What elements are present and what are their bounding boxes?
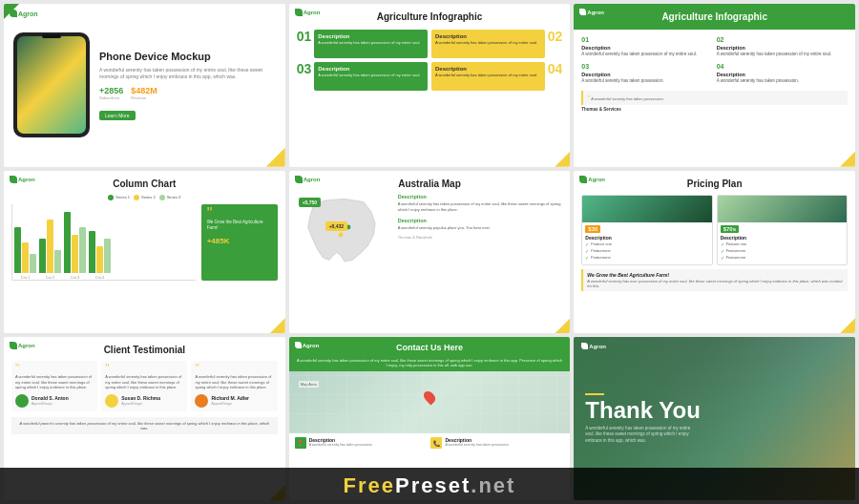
testimonial-3: " A wonderful serenity has taken possess… [191, 361, 277, 410]
bar-3-3 [79, 227, 86, 273]
check-icon: ✓ [585, 248, 589, 254]
chart-group-1: Cat.1 [14, 227, 36, 280]
pricing-quote-sub: A wonderful serenity has over possession… [587, 279, 844, 288]
avatar-3-image [195, 394, 208, 408]
map-desc-title-1: Description [398, 193, 563, 200]
quote-mark-icon: " [587, 94, 590, 102]
plan-1-image [582, 196, 711, 222]
contact-text-1: A wonderful serenity has taken possessio… [309, 443, 372, 447]
item-num-1: 01 [581, 35, 712, 45]
slide-2-logo: Agron [295, 9, 321, 16]
plan-1-price: $30 [585, 225, 600, 233]
slide-3-item-4: 04 Description A wonderful serenity has … [717, 62, 848, 85]
item-text-4: A wonderful serenity has taken possessio… [717, 78, 848, 84]
pricing-plans: $30 Description ✓ Feature one ✓ Featureo… [581, 195, 848, 265]
slide-2-title: Agriculture Infographic [297, 11, 563, 22]
infographic-item-1: 01 Description A wonderful serenity has … [297, 30, 428, 58]
map-footer: Thomas & Narwhals [398, 235, 563, 241]
slide-7-title: Client Testimonial [11, 345, 278, 355]
thank-you-subtitle: A wonderful serenity has taken possessio… [585, 426, 700, 445]
item-title-4: Description [717, 72, 848, 79]
slide-1-description: A wonderful serenity has taken possessio… [99, 67, 276, 80]
bar-1-3 [30, 254, 36, 273]
legend-dot-2 [134, 195, 139, 200]
item-text-3: A wonderful serenity has taken possessio… [581, 78, 712, 84]
testimonial-bottom-quote: A wonderful parent's serenity has taken … [11, 417, 278, 434]
slide-pricing-plan: Agron Pricing Plan $30 Description ✓ Fea… [574, 171, 855, 334]
logo-leaf-icon [295, 342, 302, 348]
slide-3-body: 01 Description A wonderful serenity has … [574, 30, 855, 117]
corner-accent [840, 318, 855, 333]
contact-item-1: 📍 Description A wonderful serenity has t… [295, 437, 429, 449]
corner-accent [555, 152, 570, 167]
chart-quote-text: We Grow the Best Agriculture Farm! [207, 220, 272, 233]
slide-3-quote-area: " A wonderful serenity has taken possess… [581, 89, 848, 112]
slide-8-title: Contact Us Here [396, 343, 463, 352]
slide-3-item-1: 01 Description A wonderful serenity has … [581, 35, 712, 58]
testimonial-1-name: Donald S. Anton [31, 395, 69, 402]
testimonial-3-info: Richard M. Adler AppsetDesign [211, 395, 249, 407]
logo-leaf-icon [579, 9, 586, 15]
chart-stat: +485K [207, 236, 272, 247]
chart-quote-box: " We Grow the Best Agriculture Farm! +48… [201, 204, 278, 281]
plan-2-price: $70s [721, 225, 739, 233]
item-1-number: 01 [297, 30, 312, 43]
slide-australia-map: Agron Australia Map +5,750 +8,432 Descri… [289, 171, 571, 334]
slide-1-title: Phone Device Mockup [99, 50, 276, 63]
plan-2-image [718, 196, 847, 222]
slide-8-subtext: A wonderful serenity has taken possessio… [289, 358, 571, 371]
item-4-number: 04 [548, 62, 563, 75]
testimonial-2: " A wonderful serenity has taken possess… [101, 361, 187, 410]
legend-item-3: Series 3 [159, 195, 181, 200]
stat-1: +2856 Subscribers [99, 86, 123, 100]
testimonial-1-info: Donald S. Anton AppsetDesign [31, 395, 69, 407]
stat-1-label: Subscribers [99, 95, 123, 100]
bar-4-3 [104, 239, 111, 273]
item-4-title: Description [435, 66, 541, 72]
item-text-2: A wonderful serenity has taken possessio… [717, 52, 848, 57]
slide-6-title: Pricing Plan [581, 178, 848, 189]
avatar-1-image [15, 394, 29, 408]
pricing-quote-title: We Grow the Best Agriculture Farm! [587, 272, 844, 278]
testimonial-2-avatar: Susan D. Richma AppsetDesign [105, 394, 183, 408]
item-1-text: A wonderful serenity has taken possessio… [318, 40, 424, 45]
map-desc-title-2: Description [398, 217, 563, 224]
stat-2: $482M Revenue [131, 86, 157, 100]
check-icon: ✓ [721, 255, 724, 261]
testimonial-2-info: Susan D. Richma AppsetDesign [121, 395, 160, 407]
slide-3-header: Agron Agriculture Infographic [574, 4, 855, 30]
map-area: +5,750 +8,432 [297, 193, 392, 269]
item-2-title: Description [435, 33, 541, 39]
plan-2-feature-2: ✓ Featureone [721, 248, 844, 254]
slide-3-logo: Agron [579, 9, 604, 15]
map-badge-1: +5,750 [299, 198, 321, 207]
logo-leaf-icon [10, 10, 17, 17]
contact-icon-1: 📍 [295, 437, 306, 449]
testimonial-1: " A wonderful serenity has taken possess… [11, 361, 97, 410]
item-2-number: 02 [548, 30, 563, 43]
accent-bar [585, 393, 604, 395]
item-3-number: 03 [297, 62, 312, 75]
bar-4-1 [89, 231, 95, 273]
testimonial-3-role: AppsetDesign [211, 402, 249, 407]
plan-1-feature-1: ✓ Feature one [585, 242, 708, 247]
slide-phone-mockup: Agron Phone Device Mockup A wonderful se… [4, 4, 285, 167]
item-title-1: Description [581, 45, 712, 52]
contact-item-2: 📞 Description A wonderful serenity has t… [430, 437, 564, 449]
slide-3-footer: Thomas & Services [581, 107, 848, 112]
corner-accent [555, 318, 570, 333]
plan-2-title: Description [721, 235, 844, 241]
bar-3-2 [72, 235, 78, 273]
item-3-box: Description A wonderful serenity has tak… [314, 62, 428, 91]
watermark-bar: FreePreset.net [0, 468, 859, 504]
watermark-text: FreePreset.net [344, 473, 516, 498]
logo-leaf-icon [581, 343, 588, 349]
legend-item-2: Series 2 [134, 195, 156, 200]
map-dot-2 [338, 232, 343, 237]
slide-agri-infographic-header: Agron Agriculture Infographic 01 Descrip… [574, 4, 855, 167]
map-content: +5,750 +8,432 Description A wonderful se… [297, 193, 563, 269]
map-desc-2: Description A wonderful serenity populus… [398, 217, 563, 231]
check-icon: ✓ [585, 255, 589, 261]
check-icon: ✓ [721, 242, 724, 247]
slide-1-button[interactable]: Learn More [99, 111, 136, 120]
